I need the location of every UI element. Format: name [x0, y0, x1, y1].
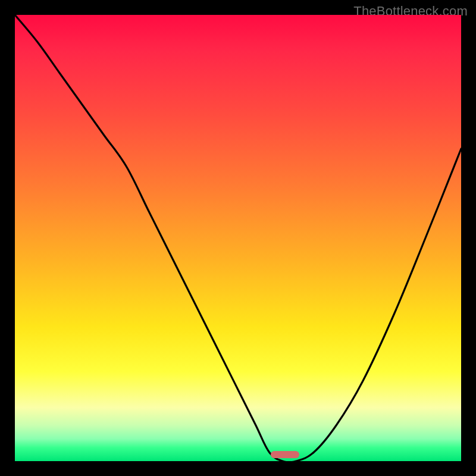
optimal-point-marker — [271, 451, 299, 458]
chart-frame: TheBottleneck.com — [0, 0, 476, 476]
plot-area — [15, 15, 461, 461]
heat-gradient-background — [15, 15, 461, 461]
